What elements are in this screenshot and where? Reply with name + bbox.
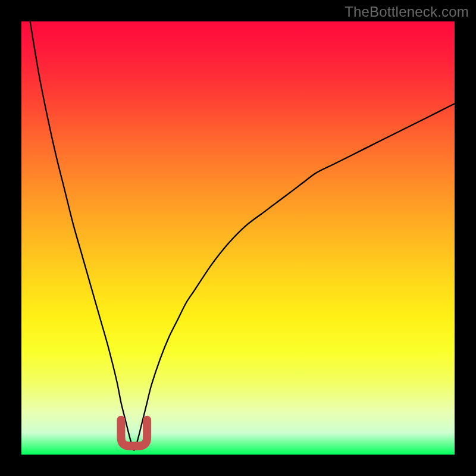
bottleneck-curve [30, 21, 455, 450]
plot-frame [21, 21, 455, 455]
watermark-text: TheBottleneck.com [345, 4, 469, 20]
chart-container: TheBottleneck.com [0, 0, 476, 476]
vertex-marker [121, 420, 147, 446]
bottleneck-curve-svg [21, 21, 455, 455]
